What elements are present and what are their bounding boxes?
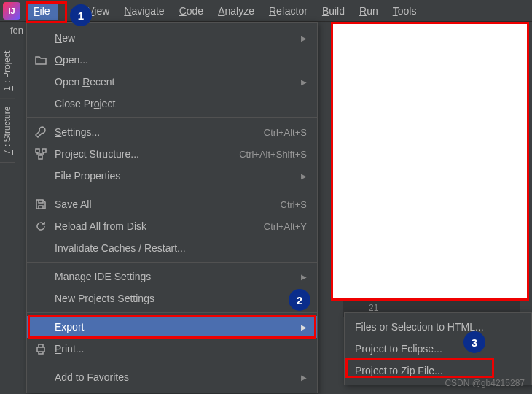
menu-file[interactable]: File	[26, 2, 58, 20]
menu-item-label: Manage IDE Settings	[55, 271, 295, 282]
menu-item-settings[interactable]: Settings...Ctrl+Alt+S	[27, 121, 317, 143]
menu-item-save-all[interactable]: Save AllCtrl+S	[27, 193, 317, 215]
menu-item-label: Save All	[55, 198, 273, 210]
menu-run[interactable]: Run	[352, 2, 386, 20]
menu-item-label: Project Structure...	[55, 148, 232, 160]
menu-refactor[interactable]: Refactor	[262, 2, 315, 20]
menu-item-project-structure[interactable]: Project Structure...Ctrl+Alt+Shift+S	[27, 143, 317, 165]
submenu-item-files-or-selection-to-html[interactable]: Files or Selection to HTML...	[345, 316, 531, 338]
blank-icon	[34, 31, 47, 45]
app-icon: IJ	[3, 2, 20, 20]
blank-icon	[34, 371, 47, 384]
menu-item-open[interactable]: Open...	[27, 49, 317, 71]
side-tab-structure[interactable]: 7: Structure	[0, 99, 15, 163]
reload-icon	[34, 220, 47, 233]
menu-item-file-properties[interactable]: File Properties▶	[27, 165, 317, 187]
blank-icon	[34, 75, 47, 88]
menu-item-new[interactable]: New▶	[27, 27, 317, 49]
menu-item-open-recent[interactable]: Open Recent▶	[27, 71, 317, 93]
left-tool-sidebar: 1: Project7: Structure	[0, 44, 17, 387]
submenu-arrow-icon: ▶	[301, 78, 307, 86]
menu-item-close-project[interactable]: Close Project	[27, 93, 317, 115]
annotation-circle-1: 1	[70, 4, 92, 26]
blank-icon	[34, 169, 47, 182]
folder-icon	[34, 53, 47, 66]
submenu-arrow-icon: ▶	[301, 273, 307, 281]
annotation-circle-2: 2	[289, 289, 310, 311]
submenu-arrow-icon: ▶	[301, 374, 307, 382]
menu-analyze[interactable]: Analyze	[211, 2, 262, 20]
shortcut-label: Ctrl+S	[281, 199, 307, 210]
blank-icon	[34, 242, 47, 255]
side-tab-project[interactable]: 1: Project	[0, 44, 15, 99]
menu-item-label: Invalidate Caches / Restart...	[55, 242, 307, 254]
submenu-arrow-icon: ▶	[301, 323, 307, 331]
menu-item-new-projects-settings[interactable]: New Projects Settings▶	[27, 287, 317, 309]
menu-code[interactable]: Code	[172, 2, 211, 20]
menu-item-label: Add to Favorites	[55, 371, 295, 383]
print-icon	[34, 342, 47, 355]
menu-item-label: Close Project	[55, 98, 307, 109]
menu-item-add-to-favorites[interactable]: Add to Favorites▶	[27, 366, 317, 388]
menu-item-label: Reload All from Disk	[55, 220, 257, 232]
menu-tools[interactable]: Tools	[386, 2, 424, 20]
blank-icon	[34, 270, 47, 283]
annotation-circle-3: 3	[463, 331, 485, 353]
shortcut-label: Ctrl+Alt+S	[264, 127, 307, 138]
shortcut-label: Ctrl+Alt+Shift+S	[239, 149, 307, 160]
menu-item-manage-ide-settings[interactable]: Manage IDE Settings▶	[27, 266, 317, 287]
blank-icon	[34, 97, 47, 110]
menu-item-label: New Projects Settings	[55, 293, 295, 304]
menu-item-label: Export	[55, 321, 295, 333]
svg-rect-0	[36, 149, 39, 152]
structure-icon	[34, 147, 47, 161]
menu-item-invalidate-caches-restart[interactable]: Invalidate Caches / Restart...	[27, 237, 317, 259]
svg-rect-3	[37, 347, 44, 352]
svg-rect-1	[42, 149, 46, 152]
wrench-icon	[34, 125, 47, 139]
editor-redacted-area	[331, 22, 529, 301]
svg-rect-2	[39, 155, 42, 159]
blank-icon	[34, 320, 47, 333]
export-submenu: Files or Selection to HTML...Project to …	[344, 312, 532, 385]
submenu-item-project-to-eclipse[interactable]: Project to Eclipse...	[345, 338, 531, 360]
shortcut-label: Ctrl+Alt+Y	[264, 221, 307, 232]
menu-item-export[interactable]: Export▶	[27, 316, 317, 338]
submenu-arrow-icon: ▶	[301, 172, 307, 180]
menu-build[interactable]: Build	[315, 2, 352, 20]
file-menu-dropdown: New▶Open...Open Recent▶Close ProjectSett…	[26, 22, 318, 393]
menu-item-label: Settings...	[55, 126, 257, 138]
menu-item-label: Print...	[55, 343, 307, 355]
watermark: CSDN @gb4215287	[445, 378, 525, 388]
menu-item-label: File Properties	[55, 170, 295, 182]
menu-item-label: Open...	[55, 54, 307, 66]
menu-item-label: New	[55, 32, 295, 44]
menu-item-reload-all-from-disk[interactable]: Reload All from DiskCtrl+Alt+Y	[27, 215, 317, 237]
menu-navigate[interactable]: Navigate	[117, 2, 171, 20]
blank-icon	[34, 292, 47, 305]
submenu-arrow-icon: ▶	[301, 34, 307, 42]
menu-item-print[interactable]: Print...	[27, 338, 317, 360]
saveall-icon	[34, 198, 47, 211]
menu-item-label: Open Recent	[55, 76, 295, 88]
breadcrumb: fen	[10, 25, 23, 36]
